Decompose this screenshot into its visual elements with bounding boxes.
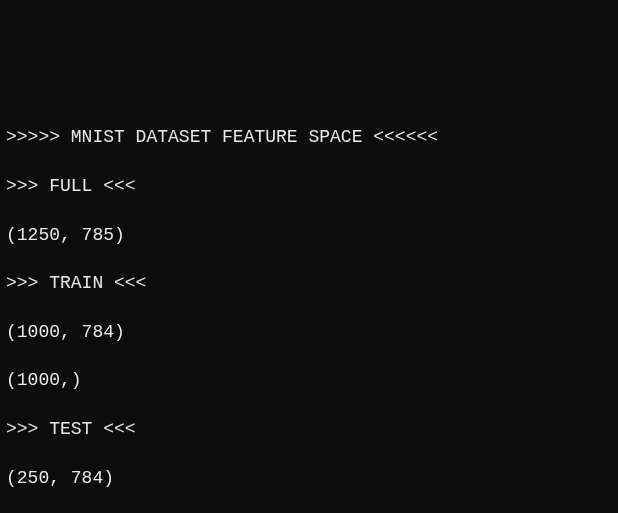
terminal-line: (1250, 785)	[6, 223, 612, 247]
terminal-output: >>>>> MNIST DATASET FEATURE SPACE <<<<<<…	[6, 101, 612, 513]
terminal-line: (1000, 784)	[6, 320, 612, 344]
terminal-line: >>> TEST <<<	[6, 417, 612, 441]
terminal-line: >>>>> MNIST DATASET FEATURE SPACE <<<<<<	[6, 125, 612, 149]
terminal-line: (1000,)	[6, 368, 612, 392]
terminal-line: (250, 784)	[6, 466, 612, 490]
terminal-line: >>> TRAIN <<<	[6, 271, 612, 295]
terminal-line: >>> FULL <<<	[6, 174, 612, 198]
